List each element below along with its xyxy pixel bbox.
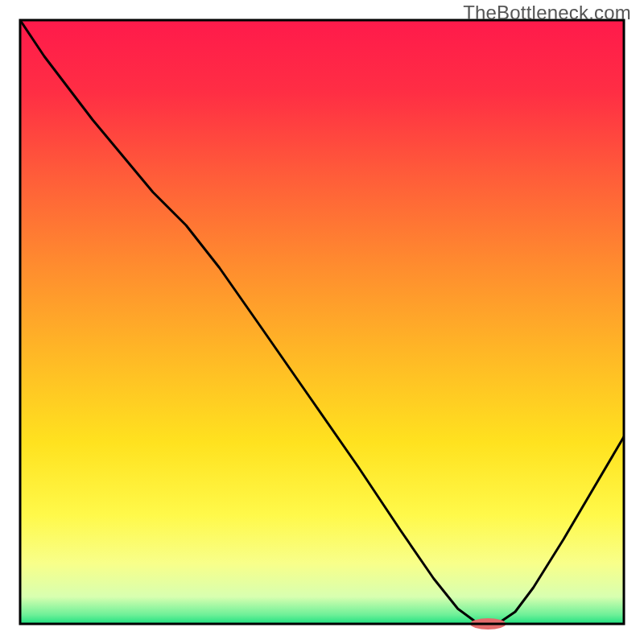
- bottleneck-chart: TheBottleneck.com: [0, 0, 644, 644]
- watermark-text: TheBottleneck.com: [463, 2, 631, 24]
- gradient-background: [20, 20, 624, 624]
- chart-svg: [0, 0, 644, 644]
